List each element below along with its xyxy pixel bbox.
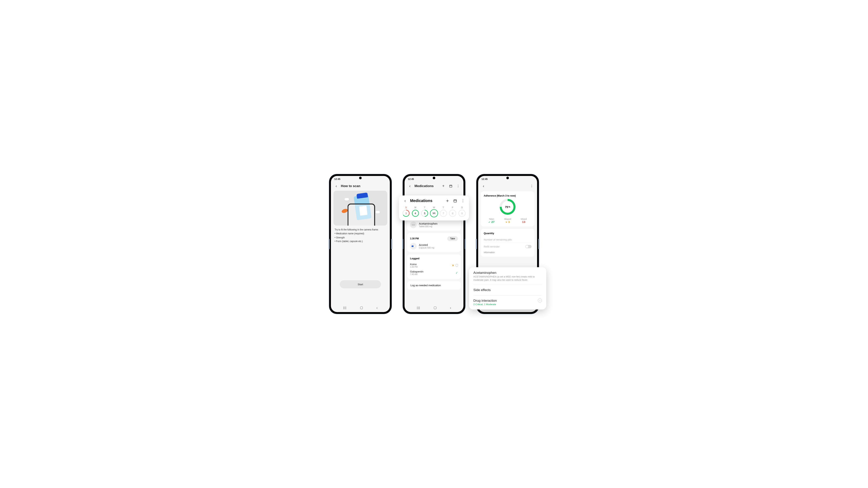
log-name: Koino (410, 263, 418, 266)
camera-notch (506, 176, 509, 179)
day-wed[interactable]: W 9/6 (430, 206, 438, 217)
nav-back-button[interactable]: ‹ (450, 306, 451, 310)
adherence-donut: 75% (484, 197, 532, 216)
android-navbar: ||| ‹ (405, 304, 463, 312)
more-icon[interactable]: ⋮ (455, 184, 461, 189)
calendar-icon[interactable] (453, 198, 458, 204)
refill-reminder-row: Refill reminder (484, 243, 532, 250)
week-strip-overlay: ‹ Medications + ⋮ S 3 M 4 T 5 W 9/6 (399, 195, 469, 220)
log-time: 7:40 AM (410, 273, 424, 275)
instructions: Try to fit the folllowing in the camera … (334, 226, 387, 243)
add-button[interactable]: + (441, 184, 446, 189)
log-as-needed-button[interactable]: Log as-needed medication (407, 281, 461, 290)
camera-notch (433, 176, 435, 179)
adherence-card: Adherence (March 3 to now) 75% Taken ✓ 2… (481, 191, 534, 226)
note-icon (456, 264, 458, 267)
start-button[interactable]: Start (340, 280, 381, 288)
calendar-icon[interactable] (448, 184, 454, 189)
log-row[interactable]: Koino 1:30 PM ✕ (410, 262, 458, 269)
day-fri[interactable]: F 8 (449, 206, 456, 217)
medication-detail: Capsule 500 mg (419, 247, 434, 249)
drug-info-overlay: Acetaminophen ACETAMININOPHEN (a set a M… (469, 267, 546, 310)
dose-time: 1:30 PM (410, 237, 419, 240)
back-button[interactable]: ‹ (334, 184, 339, 189)
recents-button[interactable]: ||| (417, 306, 421, 310)
medication-name: Acceed (419, 243, 434, 247)
more-icon[interactable]: ⋮ (529, 184, 534, 189)
tablet-icon (410, 222, 417, 228)
medication-name: Acetaminophen (419, 222, 437, 225)
take-button[interactable]: Take (447, 236, 458, 241)
log-name: Gabapentin (410, 270, 424, 273)
medication-card: Acetaminophen Tablet 500 mg (407, 220, 461, 231)
camera-notch (359, 176, 362, 179)
side-effects-row[interactable]: Side effects (473, 288, 542, 292)
recents-button[interactable]: ||| (343, 306, 347, 310)
medication-detail: Tablet 500 mg (419, 225, 437, 227)
page-title: How to scan (341, 184, 361, 188)
home-button[interactable] (434, 306, 436, 309)
screen-header: ‹ Medications + ⋮ (405, 182, 463, 191)
logged-card: Logged Koino 1:30 PM ✕ Gabapentin 7:40 A… (407, 254, 461, 279)
phone-medications: 12:45 ‹ Medications + ⋮ Acetaminophen Ta… (403, 174, 465, 314)
information-label: Information (484, 251, 532, 254)
instruction-item: Medication name (required) (335, 232, 386, 236)
refill-toggle[interactable] (525, 245, 531, 248)
home-button[interactable] (360, 306, 363, 309)
overlay-title: Medications (410, 198, 432, 203)
svg-rect-0 (450, 185, 452, 187)
day-sat[interactable]: S 9 (458, 206, 466, 217)
interaction-title: Drug interaction (473, 298, 542, 303)
info-icon: i (538, 298, 542, 302)
logged-title: Logged (410, 257, 458, 260)
dose-card: 1:30 PM Take Acceed Capsule 500 mg (407, 233, 461, 252)
drug-interaction-row[interactable]: i Drug interaction 2 Critical, 1 Moderat… (473, 298, 542, 306)
adherence-title: Adherence (March 3 to now) (484, 194, 532, 197)
day-tue[interactable]: T 5 (421, 206, 428, 217)
info-drug-desc: ACETAMININOPHEN (a set a MEE noe fen) tr… (473, 275, 542, 282)
medication-row[interactable]: Acceed Capsule 500 mg (410, 243, 458, 250)
instruction-item: Form (tablet, capsule etc.) (335, 239, 386, 243)
back-button[interactable]: ‹ (407, 184, 413, 189)
interaction-summary: 2 Critical, 1 Moderate (473, 303, 542, 306)
instruction-item: Strength (335, 236, 386, 239)
day-thu[interactable]: T 7 (440, 206, 447, 217)
medication-row[interactable]: Acetaminophen Tablet 500 mg (410, 222, 458, 228)
day-mon[interactable]: M 4 (412, 206, 419, 217)
phone-adherence: 12:45 ‹ ⋮ Adherence (March 3 to now) 75%… (476, 174, 539, 314)
add-button[interactable]: + (445, 198, 450, 204)
remaining-pills-input[interactable]: Number of remaining pills (484, 236, 532, 243)
quantity-title: Quantity (484, 232, 532, 234)
stat-missed: Missed 13 (521, 218, 527, 224)
stat-taken: Taken ✓ 27 (489, 218, 495, 224)
day-sun[interactable]: S 3 (402, 206, 410, 217)
status-time: 12:45 (334, 178, 340, 181)
skipped-icon: ✕ (452, 264, 454, 267)
screen-header: ‹ ⋮ (478, 182, 537, 191)
quantity-card: Quantity Number of remaining pills Refil… (481, 229, 534, 257)
log-row[interactable]: Gabapentin 7:40 AM ✓ (410, 269, 458, 276)
instruction-lead: Try to fit the folllowing in the camera … (335, 228, 386, 232)
status-time: 12:45 (408, 178, 414, 181)
page-title: Medications (414, 184, 434, 188)
hero-illustration (334, 191, 387, 226)
phone-how-to-scan: 12:45 ‹ How to scan Try to fit the folll… (329, 174, 392, 314)
log-time: 1:30 PM (410, 266, 418, 268)
capsule-icon (410, 243, 417, 250)
android-navbar: ||| ‹ (331, 304, 390, 312)
week-row: S 3 M 4 T 5 W 9/6 T 7 F 8 (402, 206, 466, 217)
back-button[interactable]: ‹ (402, 198, 408, 204)
taken-icon: ✓ (456, 271, 458, 274)
status-time: 12:45 (482, 178, 488, 181)
info-drug-name: Acetaminophen (473, 271, 542, 274)
back-button[interactable]: ‹ (481, 184, 486, 189)
stat-skipped: Skipped ✕ 3 (504, 218, 511, 224)
screen-header: ‹ How to scan (331, 182, 390, 191)
more-icon[interactable]: ⋮ (460, 198, 466, 204)
nav-back-button[interactable]: ‹ (376, 306, 378, 310)
info-drug-section[interactable]: Acetaminophen ACETAMININOPHEN (a set a M… (473, 271, 542, 282)
svg-rect-1 (454, 200, 457, 202)
